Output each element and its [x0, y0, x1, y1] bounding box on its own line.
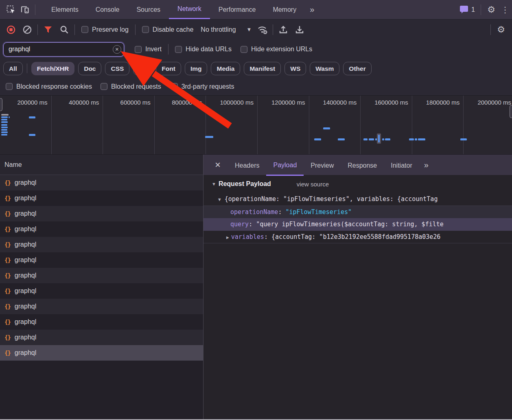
- filter-chip-fetch-xhr[interactable]: Fetch/XHR: [31, 62, 74, 75]
- request-row[interactable]: {}graphql: [0, 314, 203, 330]
- collapse-triangle-icon[interactable]: ▼: [212, 182, 216, 186]
- filter-chip-img[interactable]: Img: [185, 62, 208, 75]
- hide-data-urls-checkbox[interactable]: Hide data URLs: [175, 46, 232, 53]
- payload-row-operation-name[interactable]: operationName: "ipFlowTimeseries": [203, 206, 512, 218]
- waterfall-bar: [1, 124, 7, 126]
- waterfall-bar: [1, 134, 7, 136]
- xhr-braces-icon: {}: [4, 226, 11, 232]
- timeline-column: 600000 ms: [103, 96, 155, 154]
- timeline-tick-label: 800000 ms: [155, 99, 206, 106]
- close-icon[interactable]: ×: [211, 159, 225, 171]
- request-row[interactable]: {}graphql: [0, 252, 203, 268]
- timeline-tick-label: 1800000 ms: [412, 99, 464, 106]
- overview-right-grabber[interactable]: [510, 105, 512, 118]
- detail-tab-headers[interactable]: Headers: [228, 155, 266, 176]
- filter-funnel-icon[interactable]: [41, 23, 55, 37]
- request-row[interactable]: {}graphql: [0, 268, 203, 283]
- filter-chip-doc[interactable]: Doc: [78, 62, 101, 75]
- name-column-header[interactable]: Name: [0, 155, 203, 175]
- detail-tab-preview[interactable]: Preview: [304, 155, 341, 176]
- waterfall-bar: [29, 116, 35, 118]
- filter-chip-wasm[interactable]: Wasm: [310, 62, 339, 75]
- tab-network[interactable]: Network: [169, 0, 210, 19]
- xhr-braces-icon: {}: [4, 210, 11, 217]
- filter-chip-font[interactable]: Font: [156, 62, 181, 75]
- detail-tab-payload[interactable]: Payload: [266, 155, 304, 176]
- record-network-log-icon[interactable]: [4, 23, 18, 37]
- network-toolbar: Preserve log Disable cache No throttling…: [0, 19, 512, 39]
- timeline-column: 1000000 ms: [206, 96, 258, 154]
- more-detail-tabs-icon[interactable]: »: [419, 160, 433, 170]
- waterfall-bar: [205, 136, 213, 138]
- clear-filter-icon[interactable]: ×: [113, 45, 121, 54]
- inspect-element-icon[interactable]: [4, 3, 18, 17]
- tab-console[interactable]: Console: [87, 0, 128, 19]
- invert-checkbox[interactable]: Invert: [135, 46, 162, 53]
- export-har-icon[interactable]: [293, 23, 306, 37]
- filter-chip-ws[interactable]: WS: [284, 62, 306, 75]
- timeline-tick-label: 1400000 ms: [309, 99, 361, 106]
- checkbox: [241, 46, 247, 53]
- detail-tab-initiator[interactable]: Initiator: [384, 155, 419, 176]
- kebab-menu-icon[interactable]: ⋮: [498, 3, 512, 17]
- throttling-dropdown[interactable]: No throttling ▼: [201, 26, 252, 33]
- disable-cache-checkbox[interactable]: Disable cache: [142, 26, 194, 33]
- waterfall-bar: [1, 114, 9, 116]
- filter-chip-css[interactable]: CSS: [105, 62, 129, 75]
- third-party-requests-checkbox[interactable]: 3rd-party requests: [171, 83, 234, 90]
- search-icon[interactable]: [57, 23, 71, 37]
- more-panels-icon[interactable]: »: [305, 5, 318, 14]
- request-row[interactable]: {}graphql: [0, 221, 203, 237]
- expand-triangle-icon[interactable]: ▼: [218, 197, 221, 202]
- network-overview-timeline[interactable]: 200000 ms400000 ms600000 ms800000 ms1000…: [0, 96, 512, 155]
- blocked-requests-checkbox[interactable]: Blocked requests: [101, 83, 161, 90]
- request-rows: {}graphql{}graphql{}graphql{}graphql{}gr…: [0, 175, 203, 361]
- tab-sources[interactable]: Sources: [128, 0, 169, 19]
- blocked-response-cookies-checkbox[interactable]: Blocked response cookies: [6, 83, 92, 90]
- overview-left-grabber[interactable]: [0, 98, 2, 111]
- detail-tab-response[interactable]: Response: [341, 155, 384, 176]
- filter-chip-media[interactable]: Media: [211, 62, 240, 75]
- request-row[interactable]: {}graphql: [0, 283, 203, 299]
- issues-bubble-icon: [459, 5, 468, 14]
- payload-row-variables[interactable]: ▶variables: {accountTag: "b12e3b2192ee55…: [203, 231, 512, 243]
- request-row[interactable]: {}graphql: [0, 345, 203, 361]
- xhr-braces-icon: {}: [4, 179, 11, 186]
- clear-network-log-icon[interactable]: [20, 23, 34, 37]
- hide-extension-urls-checkbox[interactable]: Hide extension URLs: [241, 46, 312, 53]
- payload-row-query[interactable]: query: "query ipFlowTimeseries($accountT…: [203, 218, 512, 231]
- settings-gear-icon[interactable]: ⚙: [484, 3, 498, 17]
- timeline-gridlines: 200000 ms400000 ms600000 ms800000 ms1000…: [0, 96, 512, 154]
- advanced-filter-row: Blocked response cookies Blocked request…: [0, 78, 512, 96]
- request-row[interactable]: {}graphql: [0, 206, 203, 221]
- filter-chip-js[interactable]: JS: [133, 62, 152, 75]
- request-row[interactable]: {}graphql: [0, 299, 203, 314]
- view-source-link[interactable]: view source: [297, 181, 329, 188]
- waterfall-bar: [1, 121, 8, 123]
- checkbox: [142, 26, 149, 33]
- payload-root-line[interactable]: ▼{operationName: "ipFlowTimeseries", var…: [203, 193, 512, 206]
- tab-performance[interactable]: Performance: [210, 0, 265, 19]
- tab-memory[interactable]: Memory: [264, 0, 305, 19]
- waterfall-bar: [314, 138, 321, 140]
- network-conditions-icon[interactable]: [256, 23, 269, 37]
- device-toolbar-icon[interactable]: [18, 3, 32, 17]
- issues-count: 1: [471, 6, 475, 13]
- filter-chip-all[interactable]: All: [3, 62, 23, 75]
- expand-triangle-icon[interactable]: ▶: [226, 235, 229, 240]
- filter-chip-manifest[interactable]: Manifest: [244, 62, 281, 75]
- issues-button[interactable]: 1: [459, 5, 475, 14]
- tab-elements[interactable]: Elements: [43, 0, 87, 19]
- filter-input[interactable]: [4, 46, 124, 53]
- request-row[interactable]: {}graphql: [0, 190, 203, 206]
- payload-view: ▼ Request Payload view source ▼{operatio…: [203, 175, 512, 243]
- request-row[interactable]: {}graphql: [0, 330, 203, 345]
- request-panels: Name {}graphql{}graphql{}graphql{}graphq…: [0, 155, 512, 419]
- divider: [490, 24, 491, 35]
- import-har-icon[interactable]: [276, 23, 290, 37]
- preserve-log-checkbox[interactable]: Preserve log: [81, 26, 129, 33]
- request-row[interactable]: {}graphql: [0, 175, 203, 190]
- network-settings-gear-icon[interactable]: ⚙: [494, 23, 508, 37]
- request-row[interactable]: {}graphql: [0, 237, 203, 252]
- filter-chip-other[interactable]: Other: [343, 62, 371, 75]
